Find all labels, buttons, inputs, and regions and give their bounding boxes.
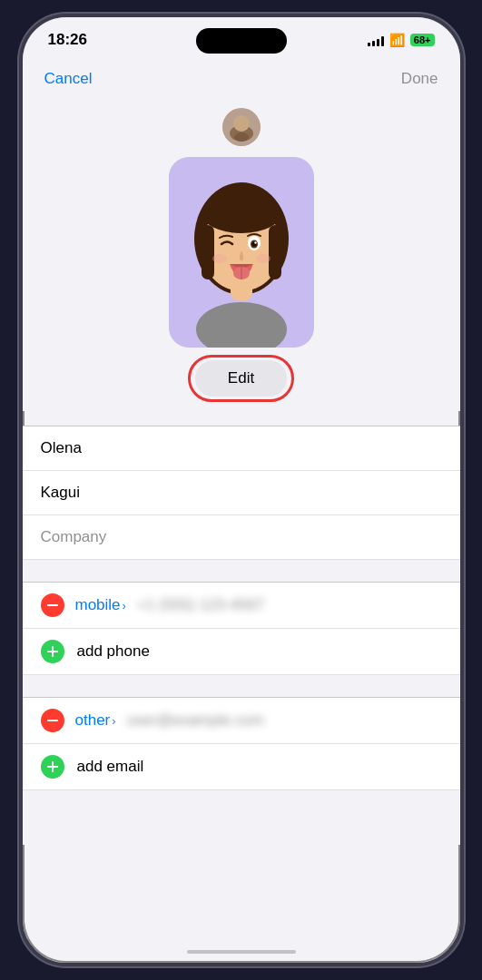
- last-name-field[interactable]: Kagui: [23, 471, 460, 515]
- name-form-section: Olena Kagui Company: [23, 426, 460, 560]
- phone-label[interactable]: mobile ›: [75, 596, 126, 614]
- email-label-chevron-icon: ›: [112, 714, 115, 728]
- avatar[interactable]: [222, 108, 261, 146]
- svg-rect-10: [269, 225, 281, 279]
- svg-rect-9: [202, 225, 214, 279]
- section-gap-2: [23, 675, 460, 697]
- done-button[interactable]: Done: [401, 70, 438, 88]
- memoji-card[interactable]: [169, 157, 314, 348]
- add-phone-label: add phone: [77, 642, 150, 661]
- svg-point-8: [202, 193, 281, 233]
- add-email-row[interactable]: add email: [23, 744, 460, 790]
- wifi-icon: 📶: [389, 33, 405, 47]
- phone-section: mobile › +1 (555) 123-4567 add phone: [23, 582, 460, 675]
- first-name-field[interactable]: Olena: [23, 426, 460, 471]
- add-email-label: add email: [77, 758, 144, 776]
- phone-frame: 18:26 📶 68+ Cancel Done: [19, 14, 464, 966]
- phone-label-chevron-icon: ›: [123, 599, 126, 612]
- dynamic-island: [196, 28, 287, 54]
- svg-point-6: [196, 302, 287, 348]
- svg-point-18: [256, 254, 271, 263]
- add-phone-row[interactable]: add phone: [23, 629, 460, 675]
- phone-value[interactable]: +1 (555) 123-4567: [137, 596, 442, 614]
- email-label[interactable]: other ›: [75, 711, 116, 730]
- status-time: 18:26: [48, 31, 87, 49]
- company-field[interactable]: Company: [23, 515, 460, 560]
- contact-photo-area: Edit: [23, 99, 460, 411]
- nav-bar: Cancel Done: [23, 63, 460, 99]
- status-bar: 18:26 📶 68+: [23, 17, 460, 63]
- edit-button[interactable]: Edit: [195, 360, 287, 397]
- remove-email-button[interactable]: [41, 709, 64, 732]
- email-value[interactable]: user@example.com: [127, 711, 442, 730]
- section-gap-1: [23, 560, 460, 582]
- svg-point-2: [233, 115, 250, 132]
- status-icons: 📶 68+: [368, 33, 435, 47]
- home-indicator: [187, 950, 296, 954]
- content-scroll[interactable]: Cancel Done: [23, 63, 460, 966]
- svg-point-3: [234, 132, 249, 142]
- add-email-button[interactable]: [41, 755, 64, 779]
- bottom-spacer: [23, 790, 460, 845]
- add-phone-button[interactable]: [41, 640, 64, 663]
- battery-indicator: 68+: [410, 34, 435, 46]
- email-row: other › user@example.com: [23, 698, 460, 744]
- phone-row: mobile › +1 (555) 123-4567: [23, 583, 460, 629]
- svg-point-17: [212, 254, 227, 263]
- svg-point-14: [254, 241, 256, 243]
- remove-phone-button[interactable]: [41, 593, 64, 617]
- edit-button-container: Edit: [195, 360, 287, 397]
- signal-bars-icon: [368, 34, 384, 46]
- email-section: other › user@example.com add email: [23, 697, 460, 790]
- cancel-button[interactable]: Cancel: [44, 70, 93, 88]
